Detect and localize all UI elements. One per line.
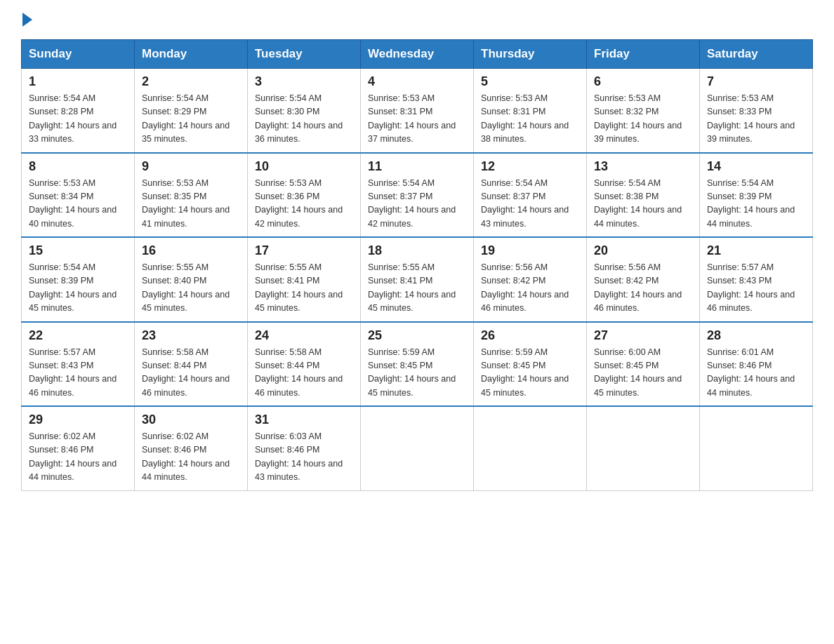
day-number: 16 [142,243,240,258]
calendar-cell: 19 Sunrise: 5:56 AM Sunset: 8:42 PM Dayl… [474,237,587,322]
day-number: 29 [29,412,127,427]
day-info: Sunrise: 5:54 AM Sunset: 8:37 PM Dayligh… [368,177,466,232]
day-number: 11 [368,159,466,174]
day-number: 14 [707,159,805,174]
weekday-header-sunday: Sunday [22,40,135,69]
day-number: 4 [368,74,466,89]
day-info: Sunrise: 5:54 AM Sunset: 8:38 PM Dayligh… [594,177,692,232]
weekday-header-thursday: Thursday [474,40,587,69]
day-number: 9 [142,159,240,174]
day-info: Sunrise: 5:53 AM Sunset: 8:35 PM Dayligh… [142,177,240,232]
day-info: Sunrise: 5:57 AM Sunset: 8:43 PM Dayligh… [707,261,805,316]
day-number: 10 [255,159,353,174]
calendar-cell: 5 Sunrise: 5:53 AM Sunset: 8:31 PM Dayli… [474,69,587,153]
day-info: Sunrise: 5:54 AM Sunset: 8:39 PM Dayligh… [29,261,127,316]
day-info: Sunrise: 5:55 AM Sunset: 8:40 PM Dayligh… [142,261,240,316]
day-number: 19 [481,243,579,258]
weekday-header-monday: Monday [135,40,248,69]
day-number: 13 [594,159,692,174]
calendar-cell: 11 Sunrise: 5:54 AM Sunset: 8:37 PM Dayl… [361,153,474,238]
weekday-header-wednesday: Wednesday [361,40,474,69]
calendar-cell: 7 Sunrise: 5:53 AM Sunset: 8:33 PM Dayli… [700,69,813,153]
day-info: Sunrise: 5:53 AM Sunset: 8:34 PM Dayligh… [29,177,127,232]
day-number: 5 [481,74,579,89]
calendar-cell: 24 Sunrise: 5:58 AM Sunset: 8:44 PM Dayl… [248,322,361,407]
calendar-cell: 1 Sunrise: 5:54 AM Sunset: 8:28 PM Dayli… [22,69,135,153]
day-number: 12 [481,159,579,174]
logo-arrow-icon [22,13,32,27]
calendar-cell: 29 Sunrise: 6:02 AM Sunset: 8:46 PM Dayl… [22,406,135,490]
calendar-cell: 22 Sunrise: 5:57 AM Sunset: 8:43 PM Dayl… [22,322,135,407]
calendar-week-row: 8 Sunrise: 5:53 AM Sunset: 8:34 PM Dayli… [22,153,813,238]
day-info: Sunrise: 5:58 AM Sunset: 8:44 PM Dayligh… [255,346,353,401]
calendar-cell: 9 Sunrise: 5:53 AM Sunset: 8:35 PM Dayli… [135,153,248,238]
calendar-cell [474,406,587,490]
day-info: Sunrise: 6:01 AM Sunset: 8:46 PM Dayligh… [707,346,805,401]
calendar-cell: 20 Sunrise: 5:56 AM Sunset: 8:42 PM Dayl… [587,237,700,322]
day-number: 8 [29,159,127,174]
weekday-header-row: SundayMondayTuesdayWednesdayThursdayFrid… [22,40,813,69]
calendar-cell: 15 Sunrise: 5:54 AM Sunset: 8:39 PM Dayl… [22,237,135,322]
day-info: Sunrise: 5:53 AM Sunset: 8:36 PM Dayligh… [255,177,353,232]
day-info: Sunrise: 5:54 AM Sunset: 8:39 PM Dayligh… [707,177,805,232]
day-info: Sunrise: 5:56 AM Sunset: 8:42 PM Dayligh… [481,261,579,316]
day-number: 24 [255,328,353,343]
day-info: Sunrise: 5:54 AM Sunset: 8:29 PM Dayligh… [142,92,240,147]
calendar-cell: 23 Sunrise: 5:58 AM Sunset: 8:44 PM Dayl… [135,322,248,407]
day-number: 15 [29,243,127,258]
day-number: 7 [707,74,805,89]
day-info: Sunrise: 5:55 AM Sunset: 8:41 PM Dayligh… [255,261,353,316]
calendar-cell: 13 Sunrise: 5:54 AM Sunset: 8:38 PM Dayl… [587,153,700,238]
day-number: 6 [594,74,692,89]
calendar-cell: 30 Sunrise: 6:02 AM Sunset: 8:46 PM Dayl… [135,406,248,490]
weekday-header-saturday: Saturday [700,40,813,69]
calendar-cell: 27 Sunrise: 6:00 AM Sunset: 8:45 PM Dayl… [587,322,700,407]
day-info: Sunrise: 5:53 AM Sunset: 8:32 PM Dayligh… [594,92,692,147]
day-number: 30 [142,412,240,427]
day-number: 28 [707,328,805,343]
day-info: Sunrise: 5:53 AM Sunset: 8:33 PM Dayligh… [707,92,805,147]
calendar-table: SundayMondayTuesdayWednesdayThursdayFrid… [21,39,813,491]
page-header [21,14,813,27]
calendar-cell: 14 Sunrise: 5:54 AM Sunset: 8:39 PM Dayl… [700,153,813,238]
calendar-week-row: 29 Sunrise: 6:02 AM Sunset: 8:46 PM Dayl… [22,406,813,490]
day-info: Sunrise: 6:00 AM Sunset: 8:45 PM Dayligh… [594,346,692,401]
calendar-cell: 10 Sunrise: 5:53 AM Sunset: 8:36 PM Dayl… [248,153,361,238]
day-info: Sunrise: 5:57 AM Sunset: 8:43 PM Dayligh… [29,346,127,401]
day-info: Sunrise: 5:54 AM Sunset: 8:37 PM Dayligh… [481,177,579,232]
calendar-cell: 4 Sunrise: 5:53 AM Sunset: 8:31 PM Dayli… [361,69,474,153]
calendar-week-row: 15 Sunrise: 5:54 AM Sunset: 8:39 PM Dayl… [22,237,813,322]
calendar-week-row: 22 Sunrise: 5:57 AM Sunset: 8:43 PM Dayl… [22,322,813,407]
calendar-cell: 21 Sunrise: 5:57 AM Sunset: 8:43 PM Dayl… [700,237,813,322]
day-info: Sunrise: 5:55 AM Sunset: 8:41 PM Dayligh… [368,261,466,316]
calendar-cell: 26 Sunrise: 5:59 AM Sunset: 8:45 PM Dayl… [474,322,587,407]
calendar-cell [361,406,474,490]
day-info: Sunrise: 5:58 AM Sunset: 8:44 PM Dayligh… [142,346,240,401]
calendar-cell: 6 Sunrise: 5:53 AM Sunset: 8:32 PM Dayli… [587,69,700,153]
day-number: 3 [255,74,353,89]
day-info: Sunrise: 5:56 AM Sunset: 8:42 PM Dayligh… [594,261,692,316]
calendar-cell: 28 Sunrise: 6:01 AM Sunset: 8:46 PM Dayl… [700,322,813,407]
calendar-cell [700,406,813,490]
day-number: 22 [29,328,127,343]
calendar-cell [587,406,700,490]
day-number: 31 [255,412,353,427]
day-number: 1 [29,74,127,89]
day-number: 18 [368,243,466,258]
day-number: 20 [594,243,692,258]
day-number: 21 [707,243,805,258]
calendar-cell: 12 Sunrise: 5:54 AM Sunset: 8:37 PM Dayl… [474,153,587,238]
day-info: Sunrise: 5:59 AM Sunset: 8:45 PM Dayligh… [481,346,579,401]
day-info: Sunrise: 5:53 AM Sunset: 8:31 PM Dayligh… [481,92,579,147]
day-number: 25 [368,328,466,343]
day-info: Sunrise: 6:02 AM Sunset: 8:46 PM Dayligh… [142,430,240,485]
day-info: Sunrise: 6:02 AM Sunset: 8:46 PM Dayligh… [29,430,127,485]
day-info: Sunrise: 5:59 AM Sunset: 8:45 PM Dayligh… [368,346,466,401]
calendar-cell: 3 Sunrise: 5:54 AM Sunset: 8:30 PM Dayli… [248,69,361,153]
day-number: 27 [594,328,692,343]
day-number: 17 [255,243,353,258]
day-info: Sunrise: 6:03 AM Sunset: 8:46 PM Dayligh… [255,430,353,485]
calendar-cell: 2 Sunrise: 5:54 AM Sunset: 8:29 PM Dayli… [135,69,248,153]
weekday-header-friday: Friday [587,40,700,69]
logo [21,14,32,27]
